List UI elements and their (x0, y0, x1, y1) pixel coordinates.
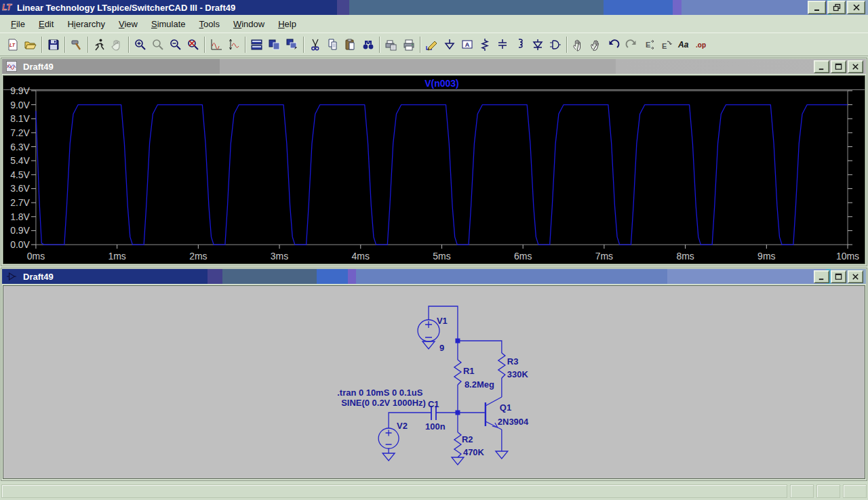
trace-label[interactable]: V(n003) (425, 78, 458, 89)
y-axis-tick-label: 6.3V (10, 142, 30, 152)
toolbar-plot-autorange-button[interactable] (208, 36, 225, 54)
toolbar-component-button[interactable] (547, 36, 564, 54)
ground-symbol-r2[interactable] (452, 457, 464, 465)
label-v2-ref[interactable]: V2 (397, 421, 408, 431)
menu-file[interactable]: File (4, 16, 32, 32)
waveform-close-button[interactable] (848, 60, 863, 73)
waveform-minimize-button[interactable] (814, 60, 829, 73)
main-title-bar[interactable]: LT Linear Technology LTspice/SwitcherCAD… (0, 0, 868, 15)
toolbar-zoom-full-extents-button[interactable] (184, 36, 202, 54)
toolbar-window-tile-horizontal-button[interactable] (248, 36, 266, 54)
label-c1-value[interactable]: 100n (425, 421, 446, 432)
toolbar-halt-button[interactable] (108, 36, 126, 54)
toolbar-resistor-button[interactable] (476, 36, 494, 54)
ground-symbol-v2[interactable] (382, 453, 395, 461)
menu-hierarchy[interactable]: Hierarchy (60, 16, 112, 32)
label-c1-ref[interactable]: C1 (428, 399, 439, 409)
x-axis-tick-label: 3ms (271, 251, 288, 262)
toolbar-save-button[interactable] (45, 36, 62, 54)
toolbar-text-button[interactable]: Aa (675, 36, 693, 54)
toolbar-capacitor-button[interactable] (494, 36, 511, 54)
component-r1[interactable] (454, 360, 461, 385)
toolbar-plot-pan-button[interactable] (225, 36, 243, 54)
new-schematic-icon: LT (6, 38, 20, 51)
toolbar-control-panel-button[interactable] (68, 36, 85, 54)
toolbar-ground-button[interactable] (441, 36, 458, 54)
toolbar-mirror-button[interactable]: E (640, 36, 658, 54)
label-r1-ref[interactable]: R1 (463, 366, 475, 376)
toolbar-cut-button[interactable] (307, 36, 324, 54)
toolbar-spice-directive-button[interactable]: .op (693, 36, 711, 54)
label-r3-ref[interactable]: R3 (507, 356, 519, 367)
waveform-window-title-bar[interactable]: Draft49 (2, 59, 866, 74)
copy-icon (326, 38, 340, 51)
toolbar-wire-button[interactable] (423, 36, 441, 54)
label-v1-ref[interactable]: V1 (437, 316, 448, 326)
menu-window[interactable]: Window (226, 16, 271, 32)
toolbar-print-button[interactable] (400, 36, 418, 54)
schematic-window-title-bar[interactable]: Draft49 (2, 269, 866, 284)
toolbar-print-preview-button[interactable] (382, 36, 400, 54)
label-v1-value[interactable]: 9 (439, 343, 444, 353)
save-icon (47, 38, 60, 51)
menu-help[interactable]: Help (271, 16, 303, 32)
menu-tools[interactable]: Tools (193, 16, 226, 32)
resistor-icon (478, 38, 492, 51)
label-r2-ref[interactable]: R2 (462, 434, 473, 444)
ground-symbol-q1[interactable] (496, 451, 508, 459)
label-q1-ref[interactable]: Q1 (500, 402, 511, 413)
schematic-minimize-button[interactable] (814, 270, 829, 283)
toolbar-paste-button[interactable] (342, 36, 359, 54)
close-button[interactable] (847, 1, 865, 14)
minimize-button[interactable] (808, 1, 826, 14)
x-axis-tick-label: 6ms (514, 251, 532, 262)
menu-edit[interactable]: Edit (32, 16, 60, 32)
toolbar-move-button[interactable] (570, 36, 587, 54)
schematic-canvas[interactable]: V1 9 R1 8.2Meg R3 330K C1 100n V2 R2 470… (3, 285, 865, 479)
waveform-plot-area[interactable]: V(n003)9.9V9.0V8.1V7.2V6.3V5.4V4.5V3.6V2… (3, 75, 865, 264)
toolbar-rotate-button[interactable]: E (658, 36, 675, 54)
y-axis-tick-label: 1.8V (10, 211, 30, 222)
waveform-maximize-button[interactable] (831, 60, 846, 73)
component-r2[interactable] (454, 432, 461, 457)
print-icon (402, 38, 416, 51)
mirror-icon: E (642, 38, 656, 51)
toolbar: LTAEEAa.op (0, 33, 868, 56)
x-axis-tick-label: 5ms (433, 251, 450, 262)
label-r1-value[interactable]: 8.2Meg (465, 379, 494, 390)
label-q1-value[interactable]: 2N3904 (498, 417, 529, 427)
toolbar-find-button[interactable] (359, 36, 377, 54)
label-r2-value[interactable]: 470K (463, 447, 485, 457)
wire-icon (425, 38, 439, 51)
toolbar-run-button[interactable] (91, 36, 108, 54)
zoom-out-icon (169, 38, 182, 51)
status-bar (0, 482, 868, 500)
v2-sine-spec-text[interactable]: SINE(0 0.2V 1000Hz) (341, 398, 426, 408)
toolbar-drag-button[interactable] (587, 36, 605, 54)
waveform-window: Draft49 V(n003)9.9V9.0V8.1V7.2V6.3V5.4V4… (1, 58, 867, 266)
menu-view[interactable]: View (112, 16, 144, 32)
toolbar-undo-button[interactable] (605, 36, 623, 54)
toolbar-copy-button[interactable] (324, 36, 342, 54)
component-v2[interactable] (378, 428, 399, 449)
schematic-maximize-button[interactable] (831, 270, 846, 283)
toolbar-new-schematic-button[interactable]: LT (4, 36, 22, 54)
menu-simulate[interactable]: Simulate (144, 16, 193, 32)
toolbar-open-button[interactable] (22, 36, 39, 54)
toolbar-inductor-button[interactable] (511, 36, 529, 54)
toolbar-window-cascade-button[interactable] (283, 36, 301, 54)
ground-symbol-v1[interactable] (422, 341, 435, 349)
toolbar-redo-button[interactable] (623, 36, 640, 54)
toolbar-zoom-in-button[interactable] (132, 36, 149, 54)
toolbar-window-tile-vertical-button[interactable] (266, 36, 283, 54)
toolbar-net-label-button[interactable]: A (458, 36, 476, 54)
toolbar-diode-button[interactable] (529, 36, 547, 54)
schematic-close-button[interactable] (848, 270, 863, 283)
waveform-plot[interactable]: V(n003)9.9V9.0V8.1V7.2V6.3V5.4V4.5V3.6V2… (3, 76, 865, 264)
label-r3-value[interactable]: 330K (507, 369, 529, 379)
toolbar-zoom-out-button[interactable] (167, 36, 184, 54)
toolbar-zoom-back-button[interactable] (149, 36, 167, 54)
spice-directive-text[interactable]: .tran 0 10mS 0 0.1uS (337, 388, 422, 398)
restore-button[interactable] (827, 1, 846, 14)
component-r3[interactable] (498, 353, 505, 378)
